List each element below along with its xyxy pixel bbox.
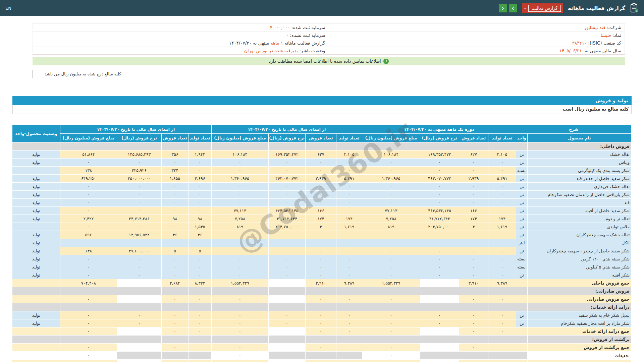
section-cell (12, 287, 60, 295)
value-cell: ۰ (336, 191, 362, 199)
section-cell (188, 303, 211, 311)
value-cell: ۰ (336, 159, 362, 167)
value-cell: ۰ (161, 327, 188, 336)
section-cell (268, 287, 305, 295)
value-cell: ۰ (117, 199, 161, 207)
product-name: شکر سفید حاصل از چغندر قند (528, 175, 632, 183)
chevron-down-icon: ▾ (524, 6, 526, 10)
product-unit: تن (516, 319, 527, 327)
value-cell (305, 352, 336, 360)
value-cell: ۲,۹۳۹ (459, 175, 488, 183)
value-cell: ۸,۳۲۲ (188, 279, 211, 287)
value-cell: ۱۶۹,۳۵۲,۴۷۲ (420, 150, 459, 159)
value-cell: ۰ (188, 327, 211, 336)
report-document-icon[interactable]: + (630, 3, 639, 13)
product-unit: تن (516, 159, 527, 167)
company-info-row: سال مالی منتهی به: ۱۴۰۵/۰۶/۳۱وضعیت ناشر:… (33, 47, 625, 55)
value-cell: ۰ (211, 352, 268, 360)
table-row: جمع درآمد ارائه خدمات۰۰۰۰۰۰۰۰۰ (12, 327, 631, 336)
section-cell (336, 303, 362, 311)
value-cell: ۰ (305, 199, 336, 207)
value-cell: ۱۶۶ (459, 207, 488, 215)
value-cell: ۰ (488, 263, 516, 271)
value-cell: ۰ (362, 199, 420, 207)
value-cell: ۰ (336, 271, 362, 279)
value-cell: ۰ (305, 191, 336, 199)
next-report-button[interactable]: › (509, 4, 517, 12)
value-cell: ۰ (60, 207, 117, 215)
prev-report-button[interactable]: ‹ (499, 4, 507, 12)
table-row: جمع فروش صادراتی۰۰۰۰۰۰۰۰۰ (12, 295, 631, 303)
value-cell: ۳,۹۱۰ (305, 360, 336, 362)
value-cell (420, 327, 459, 336)
header-sales-qty: تعداد فروش (305, 134, 336, 142)
value-cell: ۱۷۴ (305, 215, 336, 223)
value-cell: ۰ (60, 191, 117, 199)
info-value[interactable]: قنیشا (601, 33, 611, 38)
value-cell: ۰ (188, 239, 211, 247)
status-cell (12, 167, 60, 175)
value-cell: ۰ (420, 231, 459, 239)
header-sales-qty: تعداد فروش (161, 134, 188, 142)
table-row: شکر سفید حاصل از چغندر - سهمیه چغندرکارا… (12, 247, 631, 255)
section-cell (12, 303, 60, 311)
header-product-status: وضعیت محصول-واحد (12, 125, 60, 142)
info-label: کد صنعت (ISIC): (588, 40, 621, 46)
value-cell: ۰ (60, 199, 117, 207)
value-cell: ۰ (420, 263, 459, 271)
info-value: پذیرفته شده در بورس تهران (244, 48, 298, 53)
status-cell: تولید (12, 247, 60, 255)
value-cell: ۰ (60, 271, 117, 279)
language-toggle-en[interactable]: EN (5, 6, 11, 11)
value-cell (117, 344, 161, 352)
value-cell: ۰ (268, 159, 305, 167)
value-cell: ۴۶۳,۰۷۰,۷۷۲ (268, 175, 305, 183)
value-cell: ۰ (362, 263, 420, 271)
value-cell (336, 352, 362, 360)
value-cell: ۰ (459, 231, 488, 239)
value-cell: ۰ (211, 311, 268, 319)
section-cell (268, 142, 305, 150)
value-cell (488, 344, 516, 352)
value-cell: ۲,۴۲۲ (60, 215, 117, 223)
product-name: الکل (528, 239, 632, 247)
value-cell: ۰ (336, 239, 362, 247)
value-cell: ۱۷۴ (459, 215, 488, 223)
company-info-row: کد صنعت (ISIC): ۳۸۴۲۱۰گزارش فعالیت ماهان… (33, 39, 625, 47)
report-type-dropdown[interactable]: گزارش فعالیت ▾ (522, 3, 563, 13)
value-cell: ۰ (305, 311, 336, 319)
value-cell: ۰ (161, 159, 188, 167)
value-cell: ۰ (488, 239, 516, 247)
product-unit: تن (516, 191, 527, 199)
company-info-row: نماد: قنیشاسرمایه ثبت نشده: ۰ (33, 32, 625, 39)
status-cell (12, 352, 60, 360)
section-cell (336, 142, 362, 150)
value-cell: ۰ (188, 199, 211, 207)
value-cell (188, 344, 211, 352)
value-cell: ۰ (336, 327, 362, 336)
value-cell: ۰ (488, 295, 516, 303)
value-cell: ۰ (268, 255, 305, 263)
section-cell (488, 336, 516, 344)
value-cell: ۰ (117, 263, 161, 271)
value-cell: ۰ (211, 319, 268, 327)
value-cell: ۰ (459, 183, 488, 191)
value-cell: ۰ (420, 159, 459, 167)
company-info-body: شرکت: قند نیشابورسرمایه ثبت شده: ۴,۰۰۰,۰… (33, 24, 625, 55)
table-row: شکر مازاد بر افت مجاز تصفیه شکرخامتن۰۰۰۰… (12, 319, 631, 327)
info-value[interactable]: قند نیشابور (584, 25, 605, 30)
value-cell (336, 207, 362, 215)
product-unit: تن (516, 223, 527, 231)
value-cell: ۵,۴۹۱ (488, 175, 516, 183)
info-value: ۰ (286, 33, 288, 38)
value-cell: ۰ (268, 239, 305, 247)
svg-text:+: + (635, 9, 638, 13)
table-row: تفاله تر و دومتن۱۷۴۱۷۴۴۱,۷۱۲,۶۴۴۷,۲۵۸۱۷۴… (12, 215, 631, 223)
status-cell: تولید (12, 150, 60, 159)
value-cell: ۰ (305, 239, 336, 247)
value-cell: ۰ (362, 352, 420, 360)
value-cell: ۴۶۴,۵۳۶,۱۴۵ (420, 207, 459, 215)
value-cell: ۰ (488, 231, 516, 239)
value-cell: ۰ (488, 167, 516, 175)
status-cell: تولید (12, 239, 60, 247)
